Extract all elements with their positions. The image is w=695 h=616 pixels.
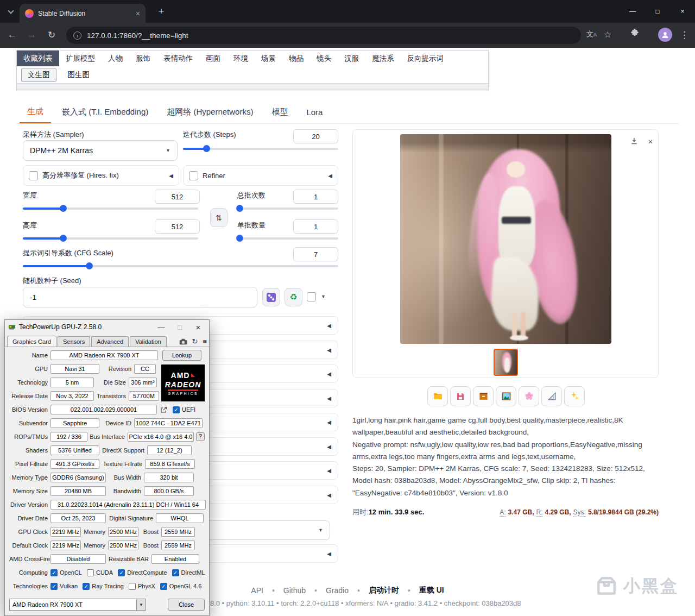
sparkles-button[interactable] — [564, 386, 585, 406]
slider-knob[interactable] — [236, 205, 243, 212]
reuse-seed-button[interactable]: ♻ — [285, 288, 302, 306]
slider-knob[interactable] — [203, 145, 210, 152]
tab-img2img[interactable]: 图生图 — [62, 68, 96, 81]
close-preview-icon[interactable]: × — [645, 136, 656, 147]
swap-width-height-button[interactable]: ⇅ — [210, 208, 228, 227]
translate-icon[interactable]: 文A — [586, 29, 597, 39]
seed-input[interactable] — [23, 287, 257, 307]
tab-checkpoints[interactable]: 模型 — [264, 101, 295, 123]
bookmark-star-icon[interactable]: ☆ — [604, 29, 611, 40]
gpuz-window[interactable]: TechPowerUp GPU-Z 2.58.0 — □ × Graphics … — [4, 319, 210, 616]
profile-avatar[interactable] — [658, 28, 672, 42]
share-bios-button[interactable] — [160, 406, 168, 414]
category-tab-extended-models[interactable]: 扩展模型 — [59, 51, 102, 66]
gpuz-tab-validation[interactable]: Validation — [130, 336, 167, 347]
gpuz-device-select[interactable]: AMD Radeon RX 7900 XT ▼ — [9, 599, 146, 611]
steps-slider[interactable] — [183, 145, 338, 152]
tab-lora[interactable]: Lora — [299, 101, 330, 123]
open-folder-button[interactable] — [427, 386, 448, 406]
maximize-button[interactable]: □ — [645, 0, 670, 23]
tab-hypernetworks[interactable]: 超网络 (Hypernetworks) — [159, 101, 261, 123]
batch-size-slider[interactable] — [237, 235, 338, 242]
category-tab-items[interactable]: 物品 — [282, 51, 310, 66]
category-tab-expression[interactable]: 表情动作 — [157, 51, 199, 66]
tab-search-chevron-icon[interactable] — [5, 7, 16, 17]
height-slider[interactable] — [23, 235, 198, 242]
category-tab-clothing[interactable]: 服饰 — [129, 51, 157, 66]
slider-knob[interactable] — [60, 205, 67, 212]
address-bar[interactable]: i 127.0.0.1:7860/?__theme=light — [66, 27, 581, 44]
gpuz-titlebar[interactable]: TechPowerUp GPU-Z 2.58.0 — □ × — [5, 320, 209, 334]
sampler-dropdown[interactable]: DPM++ 2M Karras ▼ — [23, 140, 178, 161]
computing-cuda[interactable]: CUDA — [87, 569, 113, 576]
tech-physx[interactable]: PhysX — [129, 583, 155, 590]
bus-help-button[interactable]: ? — [196, 432, 205, 441]
tab-generate[interactable]: 生成 — [20, 101, 51, 123]
minimize-button[interactable]: — — [620, 0, 645, 23]
computing-directml[interactable]: ✓DirectML — [172, 569, 205, 576]
tab-ti-embedding[interactable]: 嵌入式 (T.I. Embedding) — [54, 101, 156, 123]
tab-close-icon[interactable]: × — [136, 9, 140, 18]
new-tab-button[interactable]: + — [154, 4, 168, 18]
close-button[interactable]: × — [670, 0, 695, 23]
save-zip-button[interactable] — [473, 386, 494, 406]
uefi-checkbox-group[interactable]: ✓ UEFI — [173, 406, 195, 413]
cfg-scale-slider[interactable] — [23, 262, 338, 269]
tech-vulkan[interactable]: ✓Vulkan — [50, 583, 78, 590]
tab-txt2img[interactable]: 文生图 — [21, 68, 56, 82]
menu-icon[interactable]: ≡ — [203, 338, 207, 345]
slider-knob[interactable] — [86, 262, 93, 269]
batch-count-slider[interactable] — [237, 205, 338, 212]
tech-opengl[interactable]: ✓OpenGL 4.6 — [160, 583, 202, 590]
gpuz-tab-sensors[interactable]: Sensors — [58, 336, 90, 347]
category-tab-camera[interactable]: 镜头 — [310, 51, 338, 66]
category-tab-character[interactable]: 人物 — [102, 51, 129, 66]
cfg-scale-input[interactable] — [293, 247, 338, 261]
category-tab-scene[interactable]: 画面 — [199, 51, 227, 66]
reload-icon[interactable]: ↻ — [48, 29, 55, 41]
refiner-checkbox[interactable] — [189, 171, 198, 180]
computing-directcompute[interactable]: ✓DirectCompute — [118, 569, 167, 576]
random-seed-button[interactable] — [262, 288, 280, 306]
footer-link-startup-timer[interactable]: 启动计时 — [369, 586, 399, 595]
refresh-icon[interactable]: ↻ — [192, 338, 198, 345]
back-icon[interactable]: ← — [8, 29, 17, 40]
camera-icon[interactable] — [179, 338, 187, 345]
category-tab-negative[interactable]: 反向提示词 — [401, 51, 451, 66]
footer-link-api[interactable]: API — [251, 586, 263, 595]
gpuz-tab-advanced[interactable]: Advanced — [91, 336, 129, 347]
extensions-icon[interactable] — [630, 28, 640, 40]
steps-input[interactable] — [293, 129, 338, 143]
hires-fix-panel[interactable]: 高分辨率修复 (Hires. fix) ◀ — [23, 165, 179, 186]
gpuz-close-button[interactable]: × — [191, 323, 206, 332]
site-info-icon[interactable]: i — [73, 32, 81, 40]
category-tab-setting[interactable]: 场景 — [255, 51, 282, 66]
footer-link-reload-ui[interactable]: 重载 UI — [419, 586, 444, 595]
gpuz-minimize-button[interactable]: — — [154, 323, 169, 331]
gallery-thumbnail-selected[interactable] — [494, 349, 518, 376]
generated-image[interactable] — [400, 134, 611, 344]
category-tab-magic[interactable]: 魔法系 — [365, 51, 401, 66]
gpuz-tab-graphics-card[interactable]: Graphics Card — [7, 336, 56, 347]
seed-extra-checkbox[interactable] — [307, 292, 316, 301]
send-to-extras-button[interactable] — [541, 386, 562, 406]
refiner-panel[interactable]: Refiner ◀ — [183, 165, 338, 186]
forward-icon[interactable]: → — [27, 29, 36, 40]
save-button[interactable] — [450, 386, 471, 406]
send-to-img2img-button[interactable] — [496, 386, 516, 406]
hires-fix-checkbox[interactable] — [29, 171, 38, 180]
computing-opencl[interactable]: ✓OpenCL — [50, 569, 82, 576]
tech-raytracing[interactable]: ✓Ray Tracing — [83, 583, 124, 590]
footer-link-gradio[interactable]: Gradio — [326, 586, 349, 595]
slider-knob[interactable] — [60, 235, 67, 242]
category-tab-favorites[interactable]: 收藏列表 — [17, 51, 59, 66]
height-input[interactable] — [155, 219, 200, 234]
footer-link-github[interactable]: Github — [283, 586, 306, 595]
gpuz-close-window-button[interactable]: Close — [168, 599, 205, 611]
width-input[interactable] — [155, 190, 200, 204]
download-icon[interactable] — [629, 136, 640, 147]
uefi-checkbox[interactable]: ✓ — [173, 406, 180, 413]
lookup-button[interactable]: Lookup — [162, 350, 201, 361]
width-slider[interactable] — [23, 205, 198, 212]
browser-menu-icon[interactable]: ⋮ — [680, 29, 689, 41]
